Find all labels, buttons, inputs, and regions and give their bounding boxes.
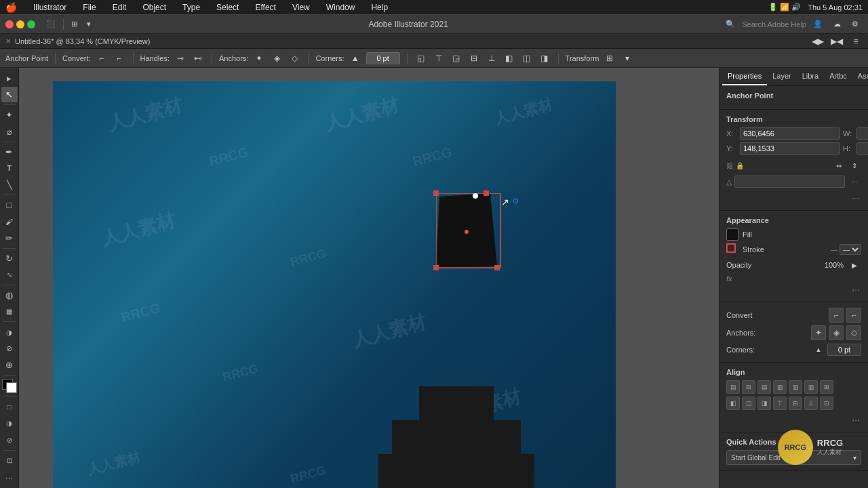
paintbrush-btn[interactable]: 🖌 bbox=[1, 214, 18, 229]
convert-smooth-icon[interactable]: ⌐ bbox=[846, 308, 861, 323]
lasso-btn[interactable]: ⌀ bbox=[1, 124, 18, 140]
menu-illustrator[interactable]: Illustrator bbox=[31, 3, 69, 12]
align-left-edge-btn[interactable]: ▤ bbox=[726, 380, 740, 394]
panel-toggle-right[interactable]: ▶◀ bbox=[830, 35, 844, 48]
selected-shape[interactable]: ↗ ⊙ bbox=[436, 193, 497, 268]
settings-icon[interactable]: ⚙ bbox=[848, 17, 863, 32]
type-btn[interactable]: T bbox=[1, 161, 18, 176]
rotate-btn[interactable]: ↻ bbox=[1, 251, 18, 266]
anchor-select-icon[interactable]: ◇ bbox=[846, 325, 861, 340]
eyedropper-btn[interactable]: ⊘ bbox=[1, 341, 18, 357]
menu-file[interactable]: File bbox=[80, 3, 98, 12]
zoom-btn[interactable]: ⊕ bbox=[1, 357, 18, 373]
fill-mode-btn[interactable]: □ bbox=[1, 399, 18, 415]
align-bottom-edge-btn[interactable]: ▥ bbox=[804, 380, 818, 394]
handle-opt2[interactable]: ⊷ bbox=[191, 52, 205, 65]
corners-input[interactable] bbox=[366, 52, 400, 64]
workspace-icon[interactable]: ▾ bbox=[83, 17, 95, 32]
align-right[interactable]: ◨ bbox=[538, 52, 551, 65]
x-input[interactable] bbox=[740, 127, 840, 140]
align-top-right[interactable]: ◲ bbox=[450, 52, 463, 65]
distribute-bottom-btn[interactable]: ⊥ bbox=[804, 396, 818, 410]
tab-artbc[interactable]: Artbc bbox=[824, 68, 852, 85]
align-top[interactable]: ⊤ bbox=[432, 52, 446, 65]
panel-toggle-left[interactable]: ◀▶ bbox=[811, 35, 825, 48]
align-center-v-btn[interactable]: ▥ bbox=[789, 380, 802, 394]
gradient-btn[interactable]: ◑ bbox=[1, 324, 18, 340]
minimize-button[interactable] bbox=[16, 20, 24, 28]
distribute-vcenter-btn[interactable]: ⊟ bbox=[789, 396, 802, 410]
close-tab-icon[interactable]: ✕ bbox=[5, 37, 11, 45]
align-center-h-btn[interactable]: ⊟ bbox=[742, 380, 755, 394]
toolbar-icon-area[interactable]: ⬛ bbox=[42, 17, 60, 32]
y-input[interactable] bbox=[740, 142, 840, 155]
cloud-icon[interactable]: ☁ bbox=[829, 17, 845, 32]
align-top-edge-btn[interactable]: ▥ bbox=[773, 380, 787, 394]
search-icon[interactable]: 🔍 bbox=[722, 17, 739, 32]
distribute-right-btn[interactable]: ◨ bbox=[757, 396, 771, 410]
artboard[interactable]: 人人素材 人人素材 人人素材 RRCG RRCG 人人素材 RRCG RRCG … bbox=[53, 81, 616, 488]
more-align-btn[interactable]: ⊡ bbox=[820, 396, 833, 410]
blend-btn[interactable]: ◍ bbox=[1, 287, 18, 303]
arrange-icon[interactable]: ⊞ bbox=[67, 17, 81, 32]
stroke-icon[interactable] bbox=[726, 243, 738, 256]
tab-layer[interactable]: Layer bbox=[767, 68, 797, 85]
menu-window[interactable]: Window bbox=[323, 3, 358, 12]
transform-opt[interactable]: ⊞ bbox=[603, 52, 616, 65]
tab-libra[interactable]: Libra bbox=[797, 68, 824, 85]
opacity-arrow-btn[interactable]: ▶ bbox=[848, 258, 861, 272]
anchor-add-icon[interactable]: ✦ bbox=[811, 325, 826, 340]
h-input[interactable] bbox=[856, 142, 868, 155]
anchor-opt1[interactable]: ✦ bbox=[252, 52, 266, 65]
handle-tl[interactable] bbox=[433, 190, 439, 196]
convert-corner-icon[interactable]: ⌐ bbox=[829, 308, 844, 323]
corners-value-input[interactable] bbox=[827, 344, 861, 356]
menu-edit[interactable]: Edit bbox=[110, 3, 130, 12]
menu-view[interactable]: View bbox=[290, 3, 313, 12]
chart-btn[interactable]: ▦ bbox=[1, 304, 18, 319]
handle-bl[interactable] bbox=[433, 265, 439, 270]
start-global-edit-btn[interactable]: Start Global Edit ▾ bbox=[726, 450, 861, 465]
pen-btn[interactable]: ✒ bbox=[1, 144, 18, 160]
menu-help[interactable]: Help bbox=[368, 3, 391, 12]
align-center[interactable]: ◫ bbox=[520, 52, 534, 65]
handle-opt1[interactable]: ⊸ bbox=[174, 52, 187, 65]
align-middle[interactable]: ⊟ bbox=[467, 52, 481, 65]
distribute-left-btn[interactable]: ◧ bbox=[726, 396, 740, 410]
handle-br[interactable] bbox=[494, 265, 500, 270]
tab-properties[interactable]: Properties bbox=[722, 68, 767, 85]
more-tools-btn[interactable]: ··· bbox=[1, 470, 18, 485]
appearance-more-btn[interactable]: ··· bbox=[850, 283, 861, 296]
line-btn[interactable]: ╲ bbox=[1, 177, 18, 192]
menu-effect[interactable]: Effect bbox=[252, 3, 278, 12]
stroke-type-select[interactable]: — bbox=[840, 244, 861, 255]
flip-h-btn[interactable]: ⇔ bbox=[832, 159, 846, 172]
anchor-opt3[interactable]: ◇ bbox=[288, 52, 301, 65]
handle-tr[interactable] bbox=[484, 190, 489, 196]
convert-smooth-btn[interactable]: ⌐ bbox=[113, 52, 126, 65]
align-right-edge-btn[interactable]: ▤ bbox=[757, 380, 771, 394]
anchor-point-handle[interactable] bbox=[473, 193, 478, 199]
panel-options[interactable]: ≡ bbox=[849, 35, 863, 48]
close-button[interactable] bbox=[5, 20, 14, 28]
tab-asset[interactable]: Asset bbox=[852, 68, 868, 85]
convert-corner-btn[interactable]: ⌐ bbox=[95, 52, 108, 65]
pencil-btn[interactable]: ✏ bbox=[1, 230, 18, 246]
align-bottom[interactable]: ⊥ bbox=[485, 52, 498, 65]
magic-wand-btn[interactable]: ✦ bbox=[1, 107, 18, 123]
gradient-fill-btn[interactable]: ◑ bbox=[1, 415, 18, 431]
menu-object[interactable]: Object bbox=[140, 3, 169, 12]
corners-stepper-up[interactable]: ▲ bbox=[349, 52, 362, 65]
transform-more[interactable]: ▾ bbox=[620, 52, 634, 65]
artboard-btn[interactable]: ⊡ bbox=[1, 453, 18, 468]
canvas-area[interactable]: 人人素材 人人素材 人人素材 RRCG RRCG 人人素材 RRCG RRCG … bbox=[19, 68, 719, 488]
distribute-h-btn[interactable]: ⊞ bbox=[820, 380, 833, 394]
flip-v-btn[interactable]: ⇕ bbox=[848, 159, 861, 172]
direct-select-tool-btn[interactable]: ↖ bbox=[1, 87, 18, 102]
align-more-btn[interactable]: ··· bbox=[850, 413, 861, 426]
corners-up-btn[interactable]: ▲ bbox=[812, 343, 825, 357]
align-top-left[interactable]: ◱ bbox=[414, 52, 428, 65]
fill-swatch[interactable] bbox=[726, 228, 738, 241]
anchor-opt2[interactable]: ◈ bbox=[270, 52, 283, 65]
maximize-button[interactable] bbox=[27, 20, 35, 28]
